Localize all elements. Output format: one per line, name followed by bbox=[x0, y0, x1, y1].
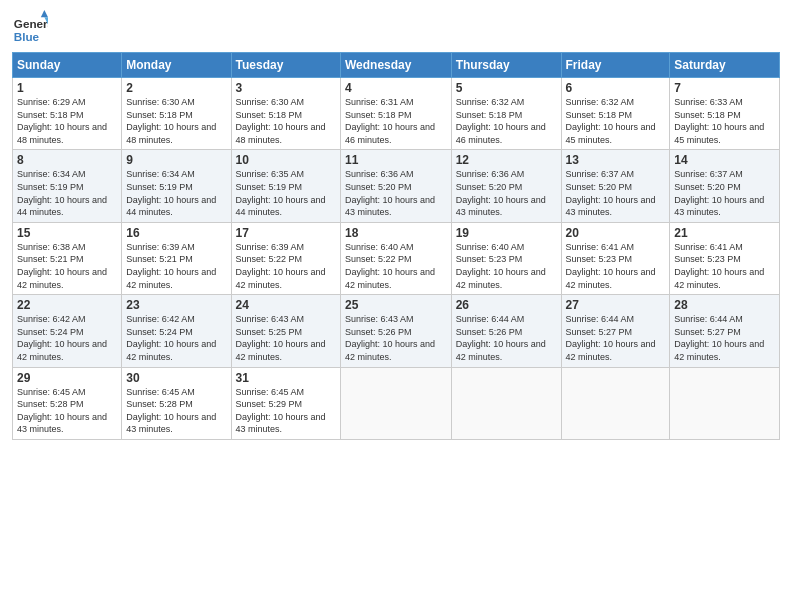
calendar-cell: 12Sunrise: 6:36 AMSunset: 5:20 PMDayligh… bbox=[451, 150, 561, 222]
calendar-cell bbox=[341, 367, 452, 439]
calendar-cell: 31Sunrise: 6:45 AMSunset: 5:29 PMDayligh… bbox=[231, 367, 340, 439]
calendar-cell: 8Sunrise: 6:34 AMSunset: 5:19 PMDaylight… bbox=[13, 150, 122, 222]
day-info: Sunrise: 6:42 AMSunset: 5:24 PMDaylight:… bbox=[126, 313, 226, 363]
day-number: 13 bbox=[566, 153, 666, 167]
day-header-saturday: Saturday bbox=[670, 53, 780, 78]
day-info: Sunrise: 6:34 AMSunset: 5:19 PMDaylight:… bbox=[17, 168, 117, 218]
day-number: 25 bbox=[345, 298, 447, 312]
calendar-cell: 25Sunrise: 6:43 AMSunset: 5:26 PMDayligh… bbox=[341, 295, 452, 367]
day-header-tuesday: Tuesday bbox=[231, 53, 340, 78]
calendar-cell: 18Sunrise: 6:40 AMSunset: 5:22 PMDayligh… bbox=[341, 222, 452, 294]
day-info: Sunrise: 6:41 AMSunset: 5:23 PMDaylight:… bbox=[674, 241, 775, 291]
calendar-cell: 26Sunrise: 6:44 AMSunset: 5:26 PMDayligh… bbox=[451, 295, 561, 367]
day-info: Sunrise: 6:44 AMSunset: 5:26 PMDaylight:… bbox=[456, 313, 557, 363]
calendar-cell: 6Sunrise: 6:32 AMSunset: 5:18 PMDaylight… bbox=[561, 78, 670, 150]
calendar-header-row: SundayMondayTuesdayWednesdayThursdayFrid… bbox=[13, 53, 780, 78]
calendar-cell: 2Sunrise: 6:30 AMSunset: 5:18 PMDaylight… bbox=[122, 78, 231, 150]
day-info: Sunrise: 6:45 AMSunset: 5:28 PMDaylight:… bbox=[126, 386, 226, 436]
day-number: 30 bbox=[126, 371, 226, 385]
day-info: Sunrise: 6:44 AMSunset: 5:27 PMDaylight:… bbox=[674, 313, 775, 363]
day-number: 11 bbox=[345, 153, 447, 167]
calendar-cell: 20Sunrise: 6:41 AMSunset: 5:23 PMDayligh… bbox=[561, 222, 670, 294]
day-info: Sunrise: 6:33 AMSunset: 5:18 PMDaylight:… bbox=[674, 96, 775, 146]
day-number: 9 bbox=[126, 153, 226, 167]
day-number: 5 bbox=[456, 81, 557, 95]
day-info: Sunrise: 6:36 AMSunset: 5:20 PMDaylight:… bbox=[345, 168, 447, 218]
day-info: Sunrise: 6:40 AMSunset: 5:23 PMDaylight:… bbox=[456, 241, 557, 291]
calendar-table: SundayMondayTuesdayWednesdayThursdayFrid… bbox=[12, 52, 780, 440]
day-number: 2 bbox=[126, 81, 226, 95]
day-info: Sunrise: 6:37 AMSunset: 5:20 PMDaylight:… bbox=[674, 168, 775, 218]
day-info: Sunrise: 6:34 AMSunset: 5:19 PMDaylight:… bbox=[126, 168, 226, 218]
calendar-cell: 3Sunrise: 6:30 AMSunset: 5:18 PMDaylight… bbox=[231, 78, 340, 150]
day-number: 18 bbox=[345, 226, 447, 240]
calendar-cell: 14Sunrise: 6:37 AMSunset: 5:20 PMDayligh… bbox=[670, 150, 780, 222]
day-header-sunday: Sunday bbox=[13, 53, 122, 78]
day-info: Sunrise: 6:32 AMSunset: 5:18 PMDaylight:… bbox=[456, 96, 557, 146]
day-number: 6 bbox=[566, 81, 666, 95]
day-number: 26 bbox=[456, 298, 557, 312]
day-number: 12 bbox=[456, 153, 557, 167]
day-info: Sunrise: 6:32 AMSunset: 5:18 PMDaylight:… bbox=[566, 96, 666, 146]
day-number: 14 bbox=[674, 153, 775, 167]
calendar-cell: 17Sunrise: 6:39 AMSunset: 5:22 PMDayligh… bbox=[231, 222, 340, 294]
day-number: 29 bbox=[17, 371, 117, 385]
calendar-cell: 29Sunrise: 6:45 AMSunset: 5:28 PMDayligh… bbox=[13, 367, 122, 439]
calendar-cell: 11Sunrise: 6:36 AMSunset: 5:20 PMDayligh… bbox=[341, 150, 452, 222]
day-header-thursday: Thursday bbox=[451, 53, 561, 78]
header: General Blue bbox=[12, 10, 780, 46]
calendar-cell: 21Sunrise: 6:41 AMSunset: 5:23 PMDayligh… bbox=[670, 222, 780, 294]
day-number: 20 bbox=[566, 226, 666, 240]
day-info: Sunrise: 6:45 AMSunset: 5:28 PMDaylight:… bbox=[17, 386, 117, 436]
day-header-friday: Friday bbox=[561, 53, 670, 78]
day-number: 27 bbox=[566, 298, 666, 312]
day-number: 3 bbox=[236, 81, 336, 95]
calendar-cell: 5Sunrise: 6:32 AMSunset: 5:18 PMDaylight… bbox=[451, 78, 561, 150]
day-info: Sunrise: 6:39 AMSunset: 5:22 PMDaylight:… bbox=[236, 241, 336, 291]
calendar-cell: 1Sunrise: 6:29 AMSunset: 5:18 PMDaylight… bbox=[13, 78, 122, 150]
day-info: Sunrise: 6:45 AMSunset: 5:29 PMDaylight:… bbox=[236, 386, 336, 436]
day-info: Sunrise: 6:42 AMSunset: 5:24 PMDaylight:… bbox=[17, 313, 117, 363]
svg-marker-2 bbox=[41, 10, 48, 17]
day-header-monday: Monday bbox=[122, 53, 231, 78]
calendar-cell: 9Sunrise: 6:34 AMSunset: 5:19 PMDaylight… bbox=[122, 150, 231, 222]
day-header-wednesday: Wednesday bbox=[341, 53, 452, 78]
calendar-cell: 22Sunrise: 6:42 AMSunset: 5:24 PMDayligh… bbox=[13, 295, 122, 367]
calendar-cell: 24Sunrise: 6:43 AMSunset: 5:25 PMDayligh… bbox=[231, 295, 340, 367]
calendar-cell: 7Sunrise: 6:33 AMSunset: 5:18 PMDaylight… bbox=[670, 78, 780, 150]
day-info: Sunrise: 6:44 AMSunset: 5:27 PMDaylight:… bbox=[566, 313, 666, 363]
day-number: 19 bbox=[456, 226, 557, 240]
svg-text:General: General bbox=[14, 17, 48, 30]
calendar-week-row: 29Sunrise: 6:45 AMSunset: 5:28 PMDayligh… bbox=[13, 367, 780, 439]
calendar-cell: 28Sunrise: 6:44 AMSunset: 5:27 PMDayligh… bbox=[670, 295, 780, 367]
day-info: Sunrise: 6:31 AMSunset: 5:18 PMDaylight:… bbox=[345, 96, 447, 146]
day-number: 22 bbox=[17, 298, 117, 312]
calendar-week-row: 1Sunrise: 6:29 AMSunset: 5:18 PMDaylight… bbox=[13, 78, 780, 150]
page-container: General Blue SundayMondayTuesdayWednesda… bbox=[0, 0, 792, 448]
day-info: Sunrise: 6:39 AMSunset: 5:21 PMDaylight:… bbox=[126, 241, 226, 291]
day-info: Sunrise: 6:43 AMSunset: 5:25 PMDaylight:… bbox=[236, 313, 336, 363]
day-number: 28 bbox=[674, 298, 775, 312]
day-info: Sunrise: 6:40 AMSunset: 5:22 PMDaylight:… bbox=[345, 241, 447, 291]
day-number: 31 bbox=[236, 371, 336, 385]
day-number: 15 bbox=[17, 226, 117, 240]
calendar-cell bbox=[670, 367, 780, 439]
day-number: 10 bbox=[236, 153, 336, 167]
day-number: 17 bbox=[236, 226, 336, 240]
calendar-cell: 30Sunrise: 6:45 AMSunset: 5:28 PMDayligh… bbox=[122, 367, 231, 439]
day-number: 23 bbox=[126, 298, 226, 312]
logo-icon: General Blue bbox=[12, 10, 48, 46]
calendar-cell: 23Sunrise: 6:42 AMSunset: 5:24 PMDayligh… bbox=[122, 295, 231, 367]
calendar-week-row: 8Sunrise: 6:34 AMSunset: 5:19 PMDaylight… bbox=[13, 150, 780, 222]
calendar-week-row: 15Sunrise: 6:38 AMSunset: 5:21 PMDayligh… bbox=[13, 222, 780, 294]
day-info: Sunrise: 6:35 AMSunset: 5:19 PMDaylight:… bbox=[236, 168, 336, 218]
svg-text:Blue: Blue bbox=[14, 30, 40, 43]
calendar-week-row: 22Sunrise: 6:42 AMSunset: 5:24 PMDayligh… bbox=[13, 295, 780, 367]
calendar-cell: 27Sunrise: 6:44 AMSunset: 5:27 PMDayligh… bbox=[561, 295, 670, 367]
calendar-cell: 15Sunrise: 6:38 AMSunset: 5:21 PMDayligh… bbox=[13, 222, 122, 294]
calendar-cell: 10Sunrise: 6:35 AMSunset: 5:19 PMDayligh… bbox=[231, 150, 340, 222]
day-number: 7 bbox=[674, 81, 775, 95]
day-number: 16 bbox=[126, 226, 226, 240]
day-info: Sunrise: 6:30 AMSunset: 5:18 PMDaylight:… bbox=[236, 96, 336, 146]
calendar-cell: 19Sunrise: 6:40 AMSunset: 5:23 PMDayligh… bbox=[451, 222, 561, 294]
